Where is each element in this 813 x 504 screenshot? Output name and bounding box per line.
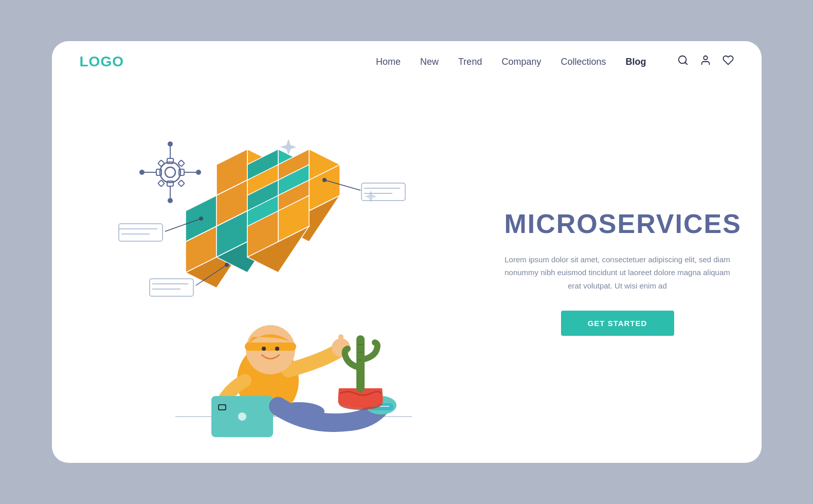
user-icon[interactable] xyxy=(700,55,711,69)
navbar: LOGO Home New Trend Company Collections … xyxy=(52,41,762,82)
hero-description: Lorem ipsum dolor sit amet, consectetuer… xyxy=(504,253,731,293)
svg-rect-82 xyxy=(219,405,225,409)
svg-rect-10 xyxy=(178,160,185,167)
svg-point-2 xyxy=(703,56,707,60)
svg-point-17 xyxy=(139,170,144,175)
svg-point-4 xyxy=(165,167,175,177)
svg-rect-63 xyxy=(362,183,405,201)
svg-point-80 xyxy=(275,347,279,351)
illustration-area xyxy=(52,82,494,463)
svg-rect-53 xyxy=(119,224,162,241)
svg-point-20 xyxy=(168,198,173,203)
hero-text-area: MICROSERVICES Lorem ipsum dolor sit amet… xyxy=(494,82,762,463)
svg-point-19 xyxy=(168,141,173,147)
hero-illustration xyxy=(114,108,432,437)
svg-line-1 xyxy=(685,62,687,64)
svg-point-18 xyxy=(196,170,201,175)
main-content: MICROSERVICES Lorem ipsum dolor sit amet… xyxy=(52,82,762,463)
get-started-button[interactable]: GET STARTED xyxy=(561,311,674,336)
svg-point-57 xyxy=(225,263,229,267)
nav-item-company[interactable]: Company xyxy=(501,57,541,67)
nav-item-home[interactable]: Home xyxy=(376,57,401,67)
svg-rect-11 xyxy=(158,180,165,187)
plant-illustration xyxy=(338,339,383,410)
svg-rect-58 xyxy=(150,279,193,296)
nav-item-blog[interactable]: Blog xyxy=(626,57,646,67)
nav-links: Home New Trend Company Collections Blog xyxy=(376,57,646,67)
search-icon[interactable] xyxy=(677,55,689,69)
nav-icons xyxy=(677,55,734,69)
nav-item-trend[interactable]: Trend xyxy=(458,57,482,67)
main-card: LOGO Home New Trend Company Collections … xyxy=(52,41,762,463)
hero-headline: MICROSERVICES xyxy=(504,209,731,239)
logo: LOGO xyxy=(80,53,124,70)
nav-item-new[interactable]: New xyxy=(420,57,439,67)
svg-rect-12 xyxy=(178,180,185,187)
svg-point-52 xyxy=(199,217,203,221)
svg-point-79 xyxy=(262,347,266,351)
gear-group xyxy=(139,141,201,203)
nav-item-collections[interactable]: Collections xyxy=(561,57,606,67)
svg-rect-70 xyxy=(338,334,344,349)
svg-point-72 xyxy=(238,412,246,421)
svg-point-62 xyxy=(322,178,327,182)
svg-rect-9 xyxy=(158,160,165,167)
heart-icon[interactable] xyxy=(722,55,734,69)
svg-rect-77 xyxy=(245,343,296,351)
